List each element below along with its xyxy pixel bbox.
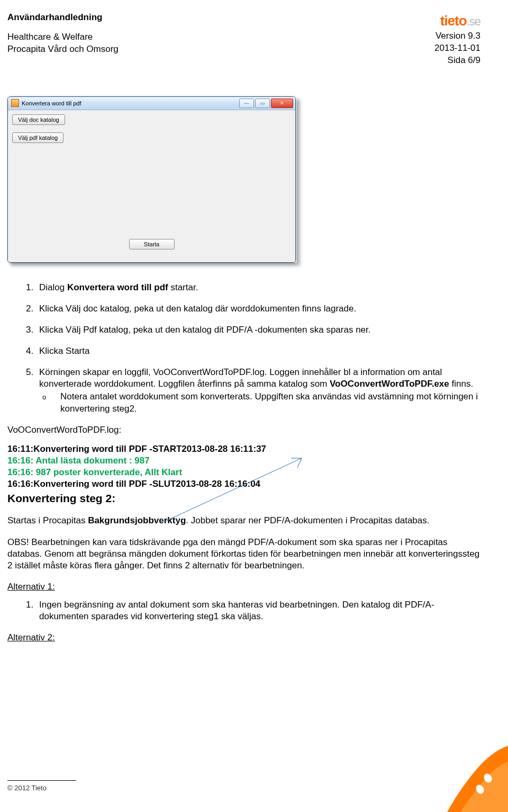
step-4: Klicka Starta bbox=[36, 345, 480, 357]
start-button[interactable]: Starta bbox=[129, 239, 175, 249]
dialog-body: Välj doc katalog Välj pdf katalog Starta bbox=[8, 110, 295, 262]
step-5: Körningen skapar en loggfil, VoOConvertW… bbox=[36, 367, 480, 414]
step-1-text-a: Dialog bbox=[39, 282, 67, 292]
step-5-text-b: VoOConvertWordToPDF.exe bbox=[330, 379, 449, 389]
page-footer: © 2012 Tieto bbox=[7, 780, 76, 792]
step-1-text-b: Konvertera word till pdf bbox=[67, 282, 168, 292]
choose-doc-button[interactable]: Välj doc katalog bbox=[12, 114, 65, 125]
step2-p1: Startas i Procapitas Bakgrundsjobbverkty… bbox=[7, 515, 480, 527]
choose-pdf-button[interactable]: Välj pdf katalog bbox=[12, 132, 64, 143]
close-button[interactable]: ✕ bbox=[271, 99, 293, 108]
copyright: © 2012 Tieto bbox=[7, 784, 76, 792]
page-header: Användarhandledning Healthcare & Welfare… bbox=[7, 12, 480, 67]
step-2: Klicka Välj doc katalog, peka ut den kat… bbox=[36, 303, 480, 315]
step2-p1-c: . Jobbet sparar ner PDF/A-dokumenten i P… bbox=[186, 515, 429, 525]
log-block: 16:11:Konvertering word till PDF -START2… bbox=[7, 443, 480, 506]
log-line-4: 16:16:Konvertering word till PDF -SLUT20… bbox=[7, 478, 480, 490]
minimize-button[interactable]: — bbox=[239, 99, 254, 108]
step-5-sub: Notera antalet worddokument som konverte… bbox=[60, 391, 480, 414]
step-3: Klicka Välj Pdf katalog, peka ut den kat… bbox=[36, 324, 480, 336]
alt2-label: Alternativ 2: bbox=[7, 632, 480, 644]
step-5-sublist: Notera antalet worddokument som konverte… bbox=[39, 391, 480, 414]
logo-suffix: .se bbox=[467, 15, 480, 28]
step-1: Dialog Konvertera word till pdf startar. bbox=[36, 282, 480, 293]
app-icon bbox=[11, 99, 19, 107]
step2-p1-a: Startas i Procapitas bbox=[7, 515, 88, 525]
alt1-label: Alternativ 1: bbox=[7, 581, 480, 593]
doc-title: Användarhandledning bbox=[7, 12, 119, 24]
header-org: Healthcare & Welfare bbox=[7, 31, 119, 43]
step2-p1-b: Bakgrundsjobbverktyg bbox=[88, 515, 186, 525]
tieto-logo: tieto.se bbox=[434, 12, 480, 30]
log-label: VoOConvertWordToPDF.log: bbox=[7, 424, 480, 436]
dialog-title: Konvertera word till pdf bbox=[22, 100, 238, 106]
header-right: tieto.se Version 9.3 2013-11-01 Sida 6/9 bbox=[434, 12, 480, 67]
log-line-2: 16:16: Antal lästa dokument : 987 bbox=[7, 455, 480, 467]
alt1-list: Ingen begränsning av antal dokument som … bbox=[7, 599, 480, 622]
corner-graphic bbox=[439, 733, 508, 812]
logo-text: tieto bbox=[440, 13, 467, 29]
maximize-button[interactable]: ▭ bbox=[255, 99, 270, 108]
dialog-screenshot: Konvertera word till pdf — ▭ ✕ Välj doc … bbox=[7, 96, 297, 263]
alt1-item: Ingen begränsning av antal dokument som … bbox=[36, 599, 480, 622]
log-line-3: 16:16: 987 poster konverterade, Allt Kla… bbox=[7, 467, 480, 478]
header-left: Användarhandledning Healthcare & Welfare… bbox=[7, 12, 119, 56]
header-date: 2013-11-01 bbox=[434, 42, 480, 55]
header-page: Sida 6/9 bbox=[434, 55, 480, 67]
step-5-text-c: finns. bbox=[449, 379, 473, 389]
dialog-titlebar: Konvertera word till pdf — ▭ ✕ bbox=[8, 97, 295, 110]
header-version: Version 9.3 bbox=[434, 30, 480, 42]
instruction-list: Dialog Konvertera word till pdf startar.… bbox=[7, 282, 480, 415]
log-line-1: 16:11:Konvertering word till PDF -START2… bbox=[7, 443, 480, 455]
step2-heading: Konvertering steg 2: bbox=[7, 491, 480, 505]
step2-p2: OBS! Bearbetningen kan vara tidskrävande… bbox=[7, 537, 480, 572]
step-1-text-c: startar. bbox=[168, 282, 198, 292]
header-product: Procapita Vård och Omsorg bbox=[7, 43, 119, 56]
